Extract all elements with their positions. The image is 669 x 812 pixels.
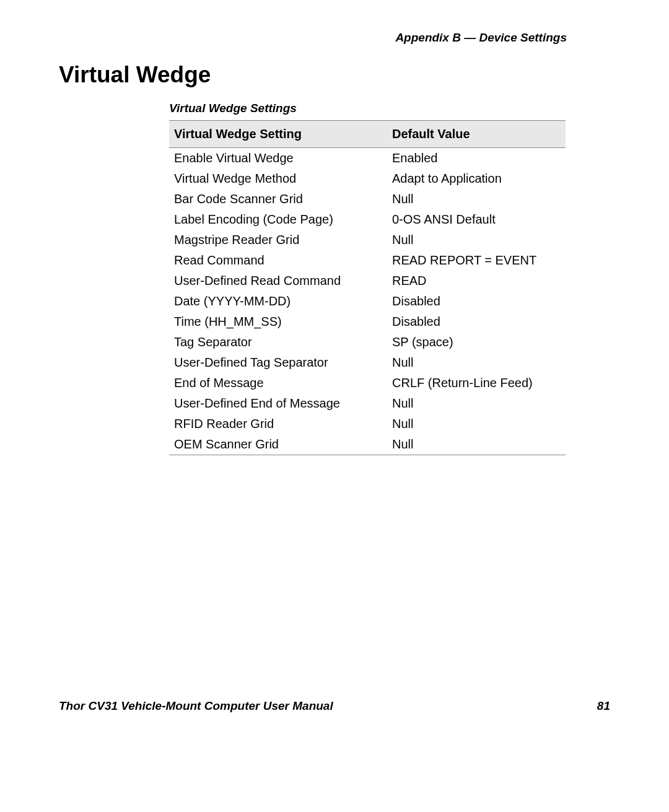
table-row: OEM Scanner GridNull [169,434,566,455]
col-header-setting: Virtual Wedge Setting [169,121,387,148]
table-row: Virtual Wedge MethodAdapt to Application [169,168,566,189]
value-cell: Null [387,414,566,434]
value-cell: Disabled [387,312,566,332]
settings-table: Virtual Wedge Setting Default Value Enab… [169,120,566,455]
value-cell: Null [387,434,566,455]
col-header-value: Default Value [387,121,566,148]
table-row: Enable Virtual WedgeEnabled [169,148,566,169]
table-row: Bar Code Scanner GridNull [169,189,566,209]
setting-cell: User-Defined Tag Separator [169,352,387,373]
setting-cell: Virtual Wedge Method [169,168,387,189]
value-cell: Null [387,352,566,373]
table-row: Label Encoding (Code Page)0-OS ANSI Defa… [169,209,566,230]
setting-cell: Bar Code Scanner Grid [169,189,387,209]
setting-cell: Magstripe Reader Grid [169,230,387,250]
table-caption: Virtual Wedge Settings [169,102,610,115]
setting-cell: Label Encoding (Code Page) [169,209,387,230]
table-row: Date (YYYY-MM-DD)Disabled [169,291,566,312]
setting-cell: OEM Scanner Grid [169,434,387,455]
value-cell: Enabled [387,148,566,169]
value-cell: Null [387,393,566,414]
table-row: Magstripe Reader GridNull [169,230,566,250]
footer-page-number: 81 [597,699,610,713]
table-row: RFID Reader GridNull [169,414,566,434]
page-title: Virtual Wedge [59,62,610,88]
setting-cell: Date (YYYY-MM-DD) [169,291,387,312]
table-row: Read CommandREAD REPORT = EVENT [169,250,566,271]
footer-manual-title: Thor CV31 Vehicle-Mount Computer User Ma… [59,699,333,713]
table-row: End of MessageCRLF (Return-Line Feed) [169,373,566,393]
value-cell: READ [387,271,566,291]
setting-cell: End of Message [169,373,387,393]
setting-cell: Tag Separator [169,332,387,352]
value-cell: Adapt to Application [387,168,566,189]
value-cell: Null [387,189,566,209]
value-cell: Null [387,230,566,250]
value-cell: READ REPORT = EVENT [387,250,566,271]
value-cell: Disabled [387,291,566,312]
table-row: User-Defined Tag SeparatorNull [169,352,566,373]
appendix-header: Appendix B — Device Settings [59,31,610,45]
setting-cell: Time (HH_MM_SS) [169,312,387,332]
setting-cell: RFID Reader Grid [169,414,387,434]
table-row: User-Defined End of MessageNull [169,393,566,414]
setting-cell: User-Defined Read Command [169,271,387,291]
table-row: Time (HH_MM_SS)Disabled [169,312,566,332]
setting-cell: User-Defined End of Message [169,393,387,414]
setting-cell: Read Command [169,250,387,271]
setting-cell: Enable Virtual Wedge [169,148,387,169]
table-row: Tag SeparatorSP (space) [169,332,566,352]
table-row: User-Defined Read CommandREAD [169,271,566,291]
value-cell: CRLF (Return-Line Feed) [387,373,566,393]
value-cell: 0-OS ANSI Default [387,209,566,230]
value-cell: SP (space) [387,332,566,352]
